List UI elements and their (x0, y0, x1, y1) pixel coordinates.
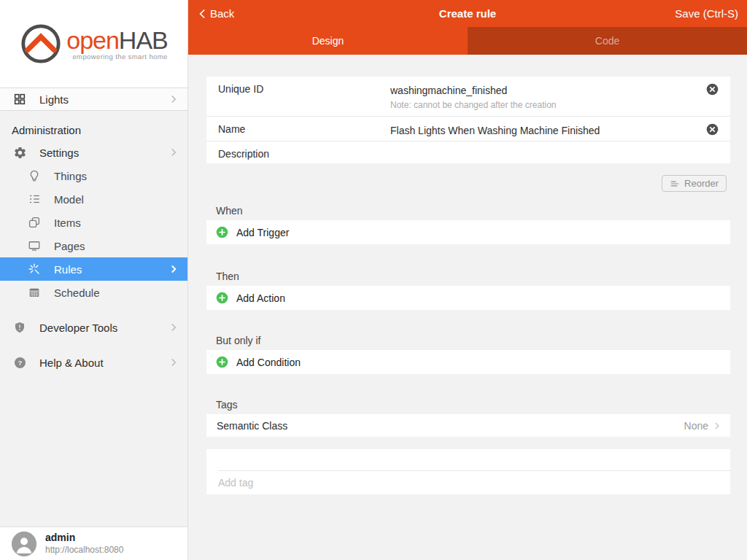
sidebar-item-label: Help & About (39, 357, 167, 369)
lightbulb-icon (26, 168, 42, 184)
chevron-right-icon (167, 262, 180, 276)
sidebar-item-pages[interactable]: Pages (0, 234, 187, 257)
description-row: Description (206, 141, 730, 163)
admin-section-label: Administration (0, 121, 187, 139)
chevron-right-icon (167, 93, 180, 106)
name-input[interactable] (390, 123, 700, 138)
chevron-left-icon (197, 8, 209, 20)
sidebar-item-label: Developer Tools (39, 322, 167, 334)
sidebar-item-label: Pages (54, 240, 180, 252)
tags-list-empty (218, 449, 730, 471)
sidebar-item-label: Schedule (54, 287, 180, 299)
when-section-label: When (206, 205, 730, 217)
sidebar-item-label: Rules (54, 263, 167, 276)
sidebar-item-developer-tools[interactable]: Developer Tools (0, 316, 187, 339)
sidebar-item-label: Items (54, 217, 180, 229)
back-label: Back (210, 7, 234, 20)
clear-unique-id-icon[interactable] (706, 83, 719, 96)
sidebar-item-settings[interactable]: Settings (0, 141, 187, 164)
topbar: Back Create rule Save (Ctrl-S) (188, 0, 747, 27)
add-trigger-button[interactable]: Add Trigger (206, 220, 730, 244)
logo-text: openHAB empowering the smart home (66, 28, 168, 61)
semantic-class-row[interactable]: Semantic Class None (206, 414, 730, 437)
chevron-right-icon (711, 420, 723, 432)
unique-id-input[interactable] (390, 83, 700, 98)
user-name: admin (45, 532, 123, 545)
add-action-label: Add Action (236, 292, 285, 304)
sidebar-item-lights[interactable]: Lights (0, 88, 187, 111)
user-url: http://localhost:8080 (45, 545, 123, 556)
name-label: Name (218, 117, 390, 135)
add-condition-label: Add Condition (236, 357, 301, 368)
shield-exclamation-icon (12, 319, 28, 335)
add-trigger-label: Add Trigger (236, 227, 289, 238)
page-title: Create rule (188, 7, 747, 20)
plus-circle-icon (216, 356, 228, 368)
gear-icon (12, 144, 28, 160)
brand-tagline: empowering the smart home (66, 53, 168, 61)
rule-form: Unique ID Note: cannot be changed after … (188, 55, 747, 560)
but-only-if-section-label: But only if (206, 335, 730, 346)
sidebar-item-label: Model (54, 193, 180, 206)
user-account[interactable]: admin http://localhost:8080 (0, 526, 187, 560)
calendar-icon (26, 284, 42, 300)
stacked-squares-icon (26, 214, 42, 230)
reorder-button[interactable]: Reorder (662, 175, 727, 192)
add-tag-input[interactable] (218, 477, 719, 489)
grid-icon (12, 91, 28, 107)
unique-id-label: Unique ID (218, 77, 390, 95)
logo-area: openHAB empowering the smart home (0, 0, 187, 88)
chevron-right-icon (167, 321, 180, 334)
sidebar-item-items[interactable]: Items (0, 211, 187, 234)
add-condition-button[interactable]: Add Condition (206, 350, 730, 374)
main-panel: Back Create rule Save (Ctrl-S) Design Co… (188, 0, 747, 560)
sidebar-item-label: Lights (39, 93, 167, 106)
unique-id-row: Unique ID Note: cannot be changed after … (206, 77, 730, 117)
avatar (12, 532, 36, 556)
back-button[interactable]: Back (197, 7, 234, 20)
description-input[interactable] (390, 148, 719, 163)
sidebar-item-rules[interactable]: Rules (0, 257, 187, 281)
tags-editor-card (206, 449, 730, 494)
question-circle-icon: ? (12, 354, 28, 370)
clear-name-icon[interactable] (706, 123, 719, 136)
openhab-logo-icon (20, 23, 62, 65)
list-icon (26, 191, 42, 207)
sidebar-item-model[interactable]: Model (0, 187, 187, 211)
add-action-button[interactable]: Add Action (206, 286, 730, 310)
sidebar: openHAB empowering the smart home Lights… (0, 0, 188, 560)
tabbar: Design Code (188, 27, 747, 55)
brand-open: open (66, 26, 119, 54)
openhab-logo: openHAB empowering the smart home (20, 23, 168, 65)
reorder-icon (670, 179, 680, 189)
name-row: Name (206, 117, 730, 141)
rule-fields-card: Unique ID Note: cannot be changed after … (206, 77, 730, 163)
chevron-right-icon (167, 356, 180, 369)
svg-text:?: ? (18, 358, 22, 366)
save-button[interactable]: Save (Ctrl-S) (675, 7, 738, 20)
sparkle-icon (26, 261, 42, 277)
sidebar-item-label: Things (54, 170, 180, 182)
sidebar-item-label: Settings (39, 147, 167, 159)
semantic-class-label: Semantic Class (217, 420, 684, 432)
reorder-label: Reorder (684, 178, 719, 189)
brand-hab: HAB (119, 26, 168, 54)
unique-id-note: Note: cannot be changed after the creati… (390, 100, 700, 110)
sidebar-item-things[interactable]: Things (0, 164, 187, 187)
tags-section-label: Tags (206, 399, 730, 411)
then-section-label: Then (206, 271, 730, 282)
sidebar-item-schedule[interactable]: Schedule (0, 281, 187, 304)
chevron-right-icon (167, 146, 180, 159)
plus-circle-icon (216, 292, 228, 304)
monitor-icon (26, 238, 42, 254)
plus-circle-icon (216, 226, 228, 238)
description-label: Description (218, 141, 390, 160)
tab-code[interactable]: Code (468, 27, 747, 55)
tab-design[interactable]: Design (188, 27, 468, 55)
app-window: openHAB empowering the smart home Lights… (0, 0, 747, 560)
sidebar-item-help-about[interactable]: ? Help & About (0, 351, 187, 374)
semantic-class-value: None (684, 420, 708, 432)
